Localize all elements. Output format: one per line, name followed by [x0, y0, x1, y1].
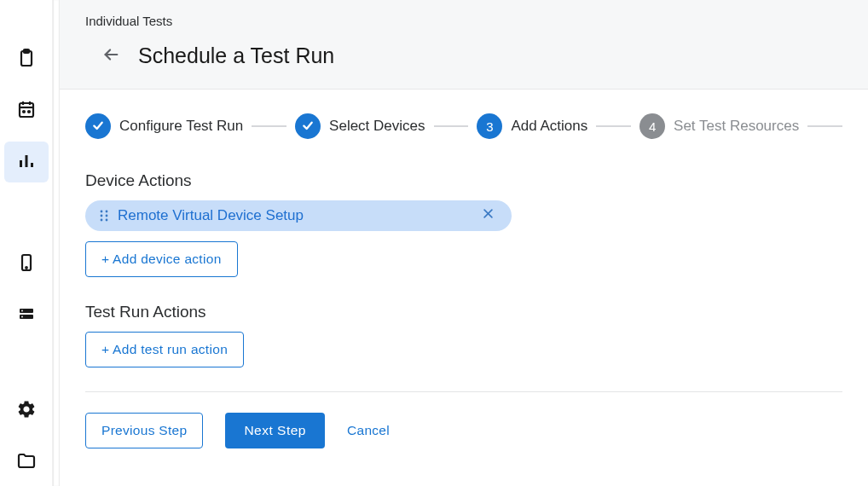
check-icon: [91, 119, 105, 135]
main-content: Individual Tests Schedule a Test Run Con: [60, 0, 868, 486]
svg-point-22: [101, 219, 103, 222]
gear-icon: [16, 399, 37, 423]
svg-point-21: [106, 215, 108, 217]
sidebar-item-analytics[interactable]: [4, 142, 49, 182]
step-indicator-done: [295, 113, 321, 139]
stepper: Configure Test Run Select Devices 3 Add …: [60, 90, 868, 156]
svg-point-20: [101, 215, 103, 217]
svg-point-15: [21, 310, 23, 312]
bar-chart-icon: [16, 150, 37, 174]
close-icon: [482, 207, 495, 224]
check-icon: [301, 119, 315, 135]
step-indicator-pending: 4: [639, 113, 665, 139]
sidebar-item-device[interactable]: [4, 244, 49, 285]
svg-rect-1: [24, 49, 29, 53]
sidebar-item-folder[interactable]: [4, 442, 49, 483]
back-button[interactable]: [101, 46, 121, 67]
step-set-test-resources[interactable]: 4 Set Test Resources: [639, 113, 799, 139]
svg-point-6: [23, 111, 25, 113]
step-configure-test-run[interactable]: Configure Test Run: [85, 113, 243, 139]
step-connector: [252, 125, 286, 127]
clipboard-icon: [16, 48, 37, 72]
step-label: Set Test Resources: [674, 118, 799, 135]
svg-point-18: [101, 211, 103, 213]
arrow-left-icon: [101, 45, 120, 67]
step-label: Configure Test Run: [119, 118, 243, 135]
sidebar-item-clipboard[interactable]: [4, 39, 49, 80]
next-step-button[interactable]: Next Step: [225, 413, 325, 448]
svg-rect-9: [25, 155, 27, 167]
step-add-actions[interactable]: 3 Add Actions: [477, 113, 587, 139]
step-label: Add Actions: [511, 118, 587, 135]
device-actions-title: Device Actions: [85, 171, 842, 190]
svg-point-12: [26, 267, 27, 269]
device-action-chip[interactable]: Remote Virtual Device Setup: [85, 200, 512, 231]
smartphone-icon: [16, 252, 37, 276]
test-run-actions-title: Test Run Actions: [85, 303, 842, 321]
drag-handle-icon[interactable]: [99, 209, 109, 223]
step-indicator-done: [85, 113, 111, 139]
cancel-button[interactable]: Cancel: [347, 423, 390, 438]
step-select-devices[interactable]: Select Devices: [295, 113, 425, 139]
add-device-action-button[interactable]: + Add device action: [85, 241, 238, 277]
add-test-run-action-button[interactable]: + Add test run action: [85, 332, 244, 367]
svg-rect-2: [20, 103, 33, 117]
svg-point-16: [21, 316, 23, 318]
step-indicator-current: 3: [477, 113, 502, 139]
divider: [85, 391, 842, 392]
breadcrumb: Individual Tests: [85, 14, 842, 28]
svg-point-23: [106, 219, 108, 222]
page-header: Individual Tests Schedule a Test Run: [60, 0, 868, 90]
svg-point-7: [28, 111, 30, 113]
svg-rect-8: [20, 160, 22, 167]
page-title: Schedule a Test Run: [138, 43, 334, 68]
calendar-icon: [16, 99, 37, 123]
previous-step-button[interactable]: Previous Step: [85, 413, 203, 448]
step-connector: [434, 125, 469, 127]
sidebar-item-server[interactable]: [4, 295, 49, 336]
chip-close-button[interactable]: [478, 204, 498, 228]
server-icon: [16, 304, 37, 327]
folder-icon: [16, 450, 37, 474]
footer-actions: Previous Step Next Step Cancel: [85, 413, 842, 448]
step-connector: [596, 125, 631, 127]
svg-point-19: [106, 211, 108, 213]
sidebar-item-calendar[interactable]: [4, 90, 49, 131]
sidebar-nav: [0, 0, 53, 486]
svg-rect-10: [31, 163, 33, 167]
chip-label: Remote Virtual Device Setup: [118, 207, 478, 224]
step-connector: [807, 125, 842, 127]
vertical-divider: [53, 0, 60, 486]
sidebar-item-settings[interactable]: [4, 391, 49, 431]
step-label: Select Devices: [329, 118, 425, 135]
